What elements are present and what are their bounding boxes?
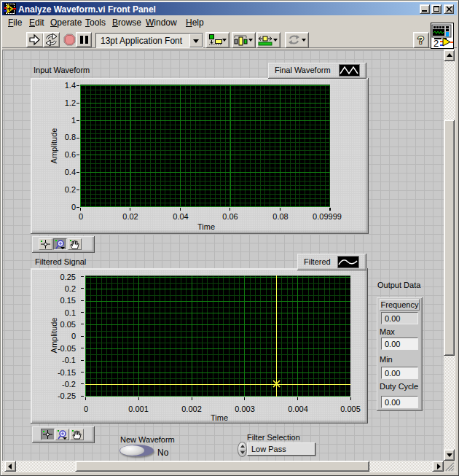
svg-text:?: ? [417, 34, 424, 46]
svg-text:2: 2 [434, 38, 439, 48]
